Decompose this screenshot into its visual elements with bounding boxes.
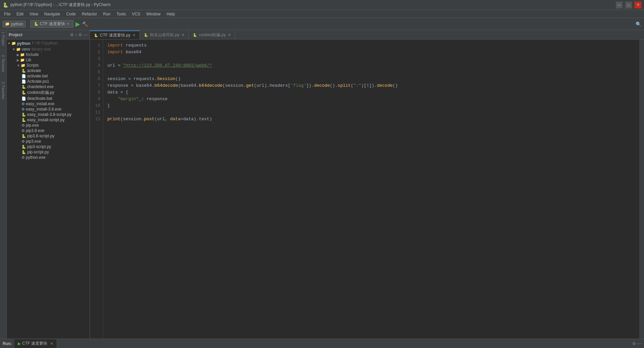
menu-code[interactable]: Code (63, 11, 78, 17)
menu-file[interactable]: File (1, 11, 13, 17)
project-hide-btn[interactable]: — (84, 32, 88, 37)
main-layout: 1: Project 2: Structure 2: Favorites Pro… (0, 30, 644, 339)
menu-vcs[interactable]: VCS (129, 11, 143, 17)
minimize-button[interactable]: ─ (616, 2, 623, 8)
title-bar-controls[interactable]: ─ □ ✕ (616, 2, 641, 8)
tree-easy-install-script[interactable]: 🐍 easy_install-script.py (7, 117, 90, 123)
run-config-label: CTF 速度要快 (40, 21, 65, 27)
tree-include[interactable]: ▶ 📁 Include (7, 52, 90, 57)
run-config-dropdown[interactable]: 🐍 CTF 速度要快 ▼ (30, 20, 73, 28)
tab-qiuming-close[interactable]: ✕ (181, 33, 184, 37)
code-line-4: url = "http://123.206.87.240:8002/web6/" (107, 62, 635, 69)
favorites-icon[interactable]: 2: Favorites (1, 82, 5, 99)
run-panel-settings-btn[interactable]: ⚙ (632, 341, 636, 346)
search-button[interactable]: 🔍 (636, 21, 641, 27)
tab-qiuming[interactable]: 🐍 秋名山老司机.py ✕ (140, 30, 189, 39)
project-panel: Project ⚙ ↕ ⚙ — ▼ 📁 python F:\学习\python … (7, 30, 90, 339)
tab-cookies[interactable]: 🐍 cookies欺骗.py ✕ (189, 30, 235, 39)
code-line-9: "margin"_: response (107, 96, 635, 102)
tree-easy-install[interactable]: ⚙ easy_install.exe (7, 101, 90, 107)
run-tab-close[interactable]: ✕ (50, 341, 53, 346)
code-editor[interactable]: import requests import base64 url = "htt… (103, 40, 639, 339)
menu-edit[interactable]: Edit (14, 11, 26, 17)
code-line-6: session = requests.Session() (107, 76, 635, 82)
menu-tools[interactable]: Tools (114, 11, 128, 17)
tree-root[interactable]: ▼ 📁 python F:\学习\python (7, 40, 90, 47)
tree-cookies[interactable]: 🐍 cookies欺骗.py (7, 89, 90, 96)
tree-lib[interactable]: ▶ 📁 Lib (7, 57, 90, 63)
tab-qiuming-label: 秋名山老司机.py (150, 32, 179, 38)
code-line-3 (107, 56, 635, 62)
code-line-7: response = base64.b64decode(base64.b64de… (107, 82, 635, 89)
tab-ctf-label: CTF 速度要快.py (100, 32, 130, 38)
left-icon-strip: 1: Project 2: Structure 2: Favorites (0, 30, 7, 339)
run-panel-hide-btn[interactable]: — (637, 341, 641, 346)
tree-easy-install-38-script[interactable]: 🐍 easy_install-3.8-script.py (7, 112, 90, 117)
tree-pip38-script[interactable]: 🐍 pip3.8-script.py (7, 133, 90, 139)
code-line-2: import base64 (107, 49, 635, 56)
tab-cookies-close[interactable]: ✕ (228, 33, 231, 37)
structure-icon[interactable]: 2: Structure (1, 55, 5, 72)
editor-area: 🐍 CTF 速度要快.py ✕ 🐍 秋名山老司机.py ✕ 🐍 cookies欺… (90, 30, 644, 339)
project-expand-btn[interactable]: ↕ (75, 32, 77, 37)
tree-activate-bat[interactable]: 📄 activate.bat (7, 73, 90, 79)
run-tab-label: CTF 速度要快 (22, 341, 47, 346)
project-panel-header: Project ⚙ ↕ ⚙ — (7, 30, 90, 40)
project-settings-btn[interactable]: ⚙ (78, 32, 82, 37)
project-tree: ▼ 📁 python F:\学习\python ▼ 📁 venv library… (7, 40, 90, 339)
code-line-1: import requests (107, 42, 635, 49)
project-header-label: Project (9, 32, 22, 37)
menu-view[interactable]: View (27, 11, 41, 17)
tab-ctf-close[interactable]: ✕ (132, 33, 136, 38)
run-tab-ctf[interactable]: ▶ CTF 速度要快 ✕ (14, 339, 57, 348)
menu-navigate[interactable]: Navigate (42, 11, 63, 17)
tree-pip-script[interactable]: 🐍 pip-script.py (7, 149, 90, 155)
run-tab-bar: Run: ▶ CTF 速度要快 ✕ ⚙ — (0, 339, 644, 348)
title-bar-title: python [F:\学习\python] - ...\CTF 速度要快.py … (10, 2, 111, 8)
title-bar-left: 🐍 python [F:\学习\python] - ...\CTF 速度要快.p… (3, 2, 111, 8)
toolbar: 📁 python 🐍 CTF 速度要快 ▼ ▶ 🔨 🔍 (0, 18, 644, 30)
menu-window[interactable]: Window (144, 11, 163, 17)
menu-help[interactable]: Help (164, 11, 178, 17)
tree-activate[interactable]: 🐍 activate (7, 68, 90, 73)
tab-qiuming-icon: 🐍 (144, 33, 148, 37)
code-line-10: } (107, 102, 635, 109)
maximize-button[interactable]: □ (625, 2, 632, 8)
tab-cookies-icon: 🐍 (193, 33, 197, 37)
app-logo: 🐍 (3, 2, 8, 8)
editor-tab-bar: 🐍 CTF 速度要快.py ✕ 🐍 秋名山老司机.py ✕ 🐍 cookies欺… (90, 30, 644, 40)
project-nav-btn[interactable]: 📁 python (3, 21, 25, 27)
line-numbers: 1 2 3 4 5 6 7 8 9 10 11 12 (90, 40, 103, 339)
tree-pip-exe[interactable]: ⚙ pip.exe (7, 123, 90, 128)
title-bar: 🐍 python [F:\学习\python] - ...\CTF 速度要快.p… (0, 0, 644, 10)
tab-ctf-icon: 🐍 (94, 33, 98, 37)
code-line-8: data = { (107, 89, 635, 96)
code-line-5 (107, 69, 635, 76)
build-button[interactable]: 🔨 (82, 21, 88, 27)
bottom-panel: Run: ▶ CTF 速度要快 ✕ ⚙ — ▶ ■ ↺ ↕ 📌 ↩ 🗑 F:\学… (0, 339, 644, 348)
run-tab-icon: ▶ (18, 341, 21, 346)
menu-bar: File Edit View Navigate Code Refactor Ru… (0, 10, 644, 18)
menu-refactor[interactable]: Refactor (79, 11, 100, 17)
toolbar-project-name: python (11, 22, 23, 26)
tree-chardetect[interactable]: 🐍 chardetect.exe (7, 84, 90, 89)
tree-easy-install-38[interactable]: ⚙ easy_install-3.8.exe (7, 107, 90, 112)
tree-python-exe[interactable]: ⚙ python.exe (7, 155, 90, 160)
tree-scripts[interactable]: ▼ 📁 Scripts (7, 63, 90, 68)
project-options-btn[interactable]: ⚙ (70, 32, 74, 37)
menu-run[interactable]: Run (100, 11, 113, 17)
tree-pip3-script[interactable]: 🐍 pip3-script.py (7, 144, 90, 149)
project-icon[interactable]: 1: Project (1, 31, 5, 46)
close-button[interactable]: ✕ (635, 2, 641, 8)
tree-pip3-exe[interactable]: ⚙ pip3.exe (7, 139, 90, 144)
editor-content: 1 2 3 4 5 6 7 8 9 10 11 12 import reques… (90, 40, 644, 339)
tab-cookies-label: cookies欺骗.py (199, 32, 226, 38)
run-button[interactable]: ▶ (75, 20, 80, 28)
tab-ctf[interactable]: 🐍 CTF 速度要快.py ✕ (90, 30, 140, 39)
tree-venv[interactable]: ▼ 📁 venv library root (7, 47, 90, 52)
code-line-11 (107, 109, 635, 116)
tree-pip38-exe[interactable]: ⚙ pip3.8.exe (7, 128, 90, 133)
tree-activate-ps1[interactable]: 📄 Activate.ps1 (7, 79, 90, 84)
tree-deactivate[interactable]: 📄 deactivate.bat (7, 96, 90, 101)
editor-scrollbar[interactable] (639, 40, 644, 339)
